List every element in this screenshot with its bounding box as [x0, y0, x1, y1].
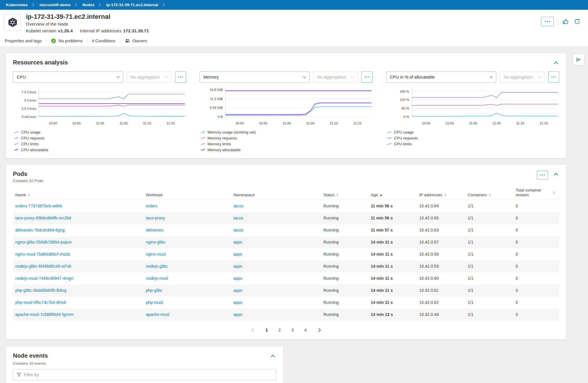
containers-value: 1/1	[465, 312, 513, 317]
breadcrumb-item-cluster[interactable]: microshift-demo	[36, 3, 79, 7]
pod-link[interactable]: deliveries-7bdcdc664-8grgj	[15, 228, 65, 232]
workload-link[interactable]: nodejs-glibc	[146, 264, 168, 269]
legend-item[interactable]: CPU limits	[387, 141, 559, 147]
workload-link[interactable]: nginx-glibc	[146, 240, 166, 244]
column-header-total-container-restarts[interactable]: Total container restarts	[513, 188, 559, 197]
pod-link[interactable]: nginx-glibc-556db7d954-pspvn	[15, 240, 71, 244]
breadcrumb-separator-icon	[30, 3, 34, 7]
namespace-link[interactable]: apps	[233, 252, 242, 257]
breadcrumb-item-kubernetes[interactable]: Kubernetes	[3, 3, 36, 7]
page-button-3[interactable]: 3	[291, 328, 294, 332]
cpu-percent-chart-more-button[interactable]	[548, 71, 559, 83]
namespace-link[interactable]: tacos	[233, 216, 243, 220]
collapse-pods-button[interactable]	[553, 171, 559, 178]
namespace-link[interactable]: tacos	[233, 204, 243, 208]
divider	[120, 38, 120, 44]
table-row: php-musl-5f5c74c7b4-dhlx6 php-musl apps …	[13, 297, 559, 309]
namespace-link[interactable]: tacos	[233, 228, 243, 232]
legend-item[interactable]: Memory allocatable	[201, 147, 373, 153]
legend-item[interactable]: Memory limits	[201, 141, 373, 147]
legend-item[interactable]: Memory usage (working set)	[201, 129, 373, 135]
column-header-ip-addresses[interactable]: IP addresses	[417, 193, 465, 197]
cpu-percent-metric-select[interactable]: CPU in % of allocatable	[386, 71, 496, 83]
restarts-value: 0	[513, 288, 559, 293]
collapse-resources-button[interactable]	[553, 59, 559, 67]
breadcrumb-item-nodes[interactable]: Nodes	[79, 3, 103, 7]
workload-link[interactable]: php-glibc	[146, 288, 163, 293]
pod-link[interactable]: taco-proxy-85b6c8b8fb-sm2b9	[15, 216, 71, 220]
chevron-down-icon	[116, 75, 120, 78]
workload-link[interactable]: apache-musl	[146, 312, 169, 317]
workload-link[interactable]: nginx-musl	[146, 252, 166, 257]
namespace-link[interactable]: apps	[233, 300, 242, 305]
no-problems-button[interactable]: No problems	[51, 38, 83, 44]
pod-link[interactable]: php-musl-5f5c74c7b4-dhlx6	[15, 300, 66, 305]
main-content: Resources analysis CPU No aggregation	[0, 47, 588, 383]
column-header-namespace[interactable]: Namespace	[231, 193, 321, 197]
pod-link[interactable]: apache-musl-7cfd8f66d4-fgmrm	[15, 312, 74, 317]
pod-link[interactable]: orders-7797d97bcb-wt8rk	[15, 204, 62, 208]
cpu-metric-select[interactable]: CPU	[13, 71, 123, 83]
legend-item[interactable]: CPU usage	[387, 129, 559, 135]
page-button-2[interactable]: 2	[278, 328, 281, 332]
column-header-workload[interactable]: Workload	[143, 193, 231, 197]
kubelet-version-label: Kubelet version	[26, 28, 56, 33]
table-row: nodejs-glibc-6f498d5c46-xt7xh nodejs-gli…	[13, 260, 559, 272]
namespace-link[interactable]: apps	[233, 312, 242, 317]
column-header-containers[interactable]: Containers	[465, 193, 513, 197]
containers-value: 1/1	[465, 264, 513, 269]
svg-text:10:55: 10:55	[259, 121, 267, 125]
breadcrumb-item-node[interactable]: ip-172-31-39-71.ec2.internal	[103, 3, 167, 7]
memory-chart-more-button[interactable]	[361, 71, 372, 83]
workload-link[interactable]: taco-proxy	[146, 216, 165, 220]
workload-link[interactable]: php-musl	[146, 300, 163, 305]
cpu-chart-more-button[interactable]	[175, 71, 186, 83]
workload-link[interactable]: orders	[146, 204, 158, 208]
column-header-status[interactable]: Status	[321, 193, 368, 197]
cpu-percent-line-chart: 180 %120 %60 %0 %10:5010:5511:0011:0511:…	[386, 86, 559, 128]
page-button-1[interactable]: 1	[265, 328, 268, 332]
legend-item[interactable]: CPU limits	[14, 141, 186, 147]
legend-item[interactable]: CPU requests	[14, 135, 186, 141]
column-header-name[interactable]: Name	[13, 193, 143, 197]
namespace-link[interactable]: apps	[233, 276, 242, 281]
legend-item[interactable]: CPU usage	[14, 129, 186, 135]
workload-link[interactable]: deliveries	[146, 228, 163, 232]
column-header-age[interactable]: Age	[368, 193, 417, 197]
cpu-aggregation-select: No aggregation	[127, 71, 171, 83]
namespace-link[interactable]: apps	[233, 240, 242, 244]
workload-link[interactable]: nodejs-musl	[146, 276, 168, 281]
properties-and-tags-button[interactable]: Properties and tags	[5, 39, 42, 43]
conditions-button[interactable]: 4 Conditions	[92, 39, 116, 43]
refresh-button[interactable]	[573, 18, 581, 25]
pod-link[interactable]: nodejs-musl-7446c98947-4mgrt	[15, 276, 74, 281]
header-more-actions-button[interactable]	[541, 17, 554, 26]
previous-page-button[interactable]	[251, 328, 255, 332]
next-page-button[interactable]	[317, 328, 321, 332]
namespace-link[interactable]: apps	[233, 288, 242, 293]
legend-item[interactable]: CPU allocatable	[14, 147, 186, 153]
collapse-side-panel-button[interactable]	[573, 54, 584, 66]
pods-more-button[interactable]	[537, 171, 548, 179]
series-line-icon	[387, 131, 392, 134]
restarts-value: 0	[513, 216, 559, 220]
namespace-link[interactable]: apps	[233, 264, 242, 269]
owners-label: Owners	[133, 39, 147, 43]
kubelet-version-value: v1.26.4	[58, 28, 73, 33]
legend-item[interactable]: CPU requests	[387, 135, 559, 141]
legend-item[interactable]: Memory requests	[201, 135, 373, 141]
series-line-icon	[14, 137, 19, 140]
ip-value: 10.42.0.62	[417, 300, 465, 305]
chevron-down-icon	[490, 75, 493, 78]
ellipsis-icon	[544, 21, 550, 22]
events-filter-input[interactable]	[24, 372, 272, 377]
page-button-4[interactable]: 4	[304, 328, 307, 332]
memory-metric-select[interactable]: Memory	[200, 71, 310, 83]
legend-label: CPU requests	[21, 136, 45, 140]
pod-link[interactable]: php-glibc-5bdd5b84fb-lb8vg	[15, 288, 66, 293]
owners-button[interactable]: Owners	[125, 38, 147, 44]
collapse-node-events-button[interactable]	[270, 352, 276, 360]
pod-link[interactable]: nginx-musl-7bd84d89cf-vhz9s	[15, 252, 70, 257]
pod-link[interactable]: nodejs-glibc-6f498d5c46-xt7xh	[15, 264, 71, 269]
feedback-thumbs-up-button[interactable]	[562, 18, 569, 25]
